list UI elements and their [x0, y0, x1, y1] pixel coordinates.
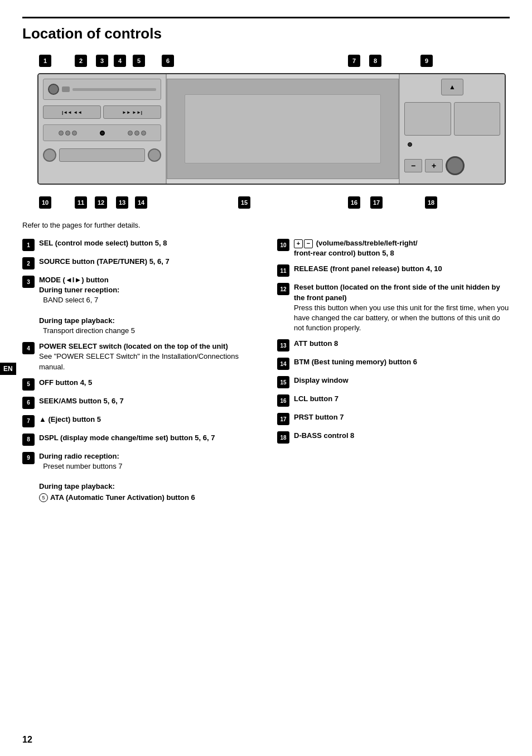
- desc-num-16: 16: [277, 394, 289, 407]
- seek-back-btn: |◄◄ ◄◄: [43, 105, 101, 119]
- desc-text-1: SEL (control mode select) button 5, 8: [39, 238, 167, 248]
- desc-num-18: 18: [277, 431, 289, 444]
- page-title: Location of controls: [22, 25, 510, 42]
- callout-9: 9: [420, 55, 433, 67]
- plus-box: +: [294, 239, 303, 248]
- callout-3: 3: [96, 55, 108, 67]
- callout-1: 1: [39, 55, 51, 67]
- desc-item-2: 2 SOURCE button (TAPE/TUNER) 5, 6, 7: [22, 257, 255, 269]
- right-preset-btn-2: [454, 102, 501, 136]
- device-body: |◄◄ ◄◄ ►► ►►|: [37, 73, 506, 185]
- desc-text-5: OFF button 4, 5: [39, 378, 92, 388]
- callout-11: 11: [75, 196, 87, 209]
- desc-num-1: 1: [22, 239, 35, 251]
- round-btn-left: [43, 148, 56, 162]
- callout-18: 18: [425, 196, 437, 209]
- desc-text-6: SEEK/AMS button 5, 6, 7: [39, 396, 124, 406]
- desc-num-10: 10: [277, 239, 289, 251]
- desc-item-8: 8 DSPL (display mode change/time set) bu…: [22, 433, 255, 446]
- desc-num-14: 14: [277, 358, 289, 370]
- desc-num-12: 12: [277, 283, 289, 295]
- desc-item-17: 17 PRST button 7: [277, 412, 510, 425]
- play-indicator: [62, 86, 70, 92]
- desc-text-11: RELEASE (front panel release) button 4, …: [294, 264, 442, 274]
- desc-num-11: 11: [277, 264, 289, 277]
- desc-item-6: 6 SEEK/AMS button 5, 6, 7: [22, 396, 255, 409]
- desc-item-1: 1 SEL (control mode select) button 5, 8: [22, 238, 255, 251]
- desc-text-18: D-BASS control 8: [294, 431, 354, 441]
- callout-6: 6: [162, 55, 174, 67]
- desc-text-10: + − (volume/bass/treble/left-right/front…: [294, 238, 418, 258]
- top-border: [22, 17, 510, 18]
- desc-item-3: 3 MODE (◄I►) button During tuner recepti…: [22, 275, 255, 336]
- preset-dot-1: [59, 131, 64, 136]
- tape-slot: [72, 88, 156, 91]
- callout-16: 16: [348, 196, 360, 209]
- desc-item-4: 4 POWER SELECT switch (located on the to…: [22, 341, 255, 372]
- callout-13: 13: [116, 196, 128, 209]
- desc-item-12: 12 Reset button (located on the front si…: [277, 282, 510, 333]
- desc-num-8: 8: [22, 434, 35, 446]
- right-descriptions: 10 + − (volume/bass/treble/left-right/fr…: [277, 238, 510, 509]
- desc-num-7: 7: [22, 415, 35, 427]
- desc-text-13: ATT button 8: [294, 339, 338, 349]
- display-screen: [185, 94, 381, 164]
- desc-item-9: 9 During radio reception: Preset number …: [22, 451, 255, 503]
- preset-dot-3: [72, 131, 77, 136]
- desc-item-7: 7 ▲ (Eject) button 5: [22, 415, 255, 427]
- desc-text-4: POWER SELECT switch (located on the top …: [39, 341, 255, 372]
- device-diagram: 1 2 3 4 5 6 7 8 9 |◄◄ ◄◄ ►► ►►|: [23, 54, 509, 210]
- callout-15: 15: [238, 196, 250, 209]
- preset-dot-4: [128, 131, 133, 136]
- callout-8: 8: [369, 55, 381, 67]
- page-number: 12: [22, 735, 32, 745]
- volume-minus: −: [404, 159, 422, 172]
- preset-dot-6: [141, 131, 146, 136]
- rect-btn-1: [59, 148, 145, 162]
- callout-10: 10: [39, 196, 51, 209]
- seek-fwd-btn: ►► ►►|: [103, 105, 161, 119]
- volume-plus: +: [425, 159, 443, 172]
- ata-circle-num: 5: [39, 493, 48, 502]
- callout-7: 7: [348, 55, 360, 67]
- preset-dot-active: [100, 131, 105, 136]
- callout-14: 14: [135, 196, 147, 209]
- desc-num-13: 13: [277, 339, 289, 351]
- desc-item-15: 15 Display window: [277, 375, 510, 388]
- desc-item-10: 10 + − (volume/bass/treble/left-right/fr…: [277, 238, 510, 258]
- desc-num-9: 9: [22, 452, 35, 464]
- callout-5: 5: [133, 55, 145, 67]
- ata-text: ATA (Automatic Tuner Activation) button …: [50, 493, 195, 503]
- left-descriptions: 1 SEL (control mode select) button 5, 8 …: [22, 238, 255, 509]
- desc-num-6: 6: [22, 397, 35, 409]
- knob-dial: [48, 84, 59, 95]
- round-btn-right: [148, 148, 161, 162]
- minus-box: −: [304, 239, 313, 248]
- desc-num-3: 3: [22, 276, 35, 288]
- callout-12: 12: [95, 196, 107, 209]
- desc-num-15: 15: [277, 376, 289, 388]
- preset-dot-2: [65, 131, 70, 136]
- desc-text-9: During radio reception: Preset number bu…: [39, 451, 195, 503]
- preset-dot-5: [134, 131, 139, 136]
- callout-17: 17: [370, 196, 383, 209]
- desc-text-16: LCL button 7: [294, 394, 338, 404]
- desc-text-8: DSPL (display mode change/time set) butt…: [39, 433, 215, 443]
- desc-item-5: 5 OFF button 4, 5: [22, 378, 255, 391]
- right-preset-btn-1: [404, 102, 451, 136]
- callout-2: 2: [75, 55, 87, 67]
- desc-text-12: Reset button (located on the front side …: [294, 282, 510, 333]
- volume-knob: [446, 156, 465, 175]
- desc-num-2: 2: [22, 257, 35, 269]
- desc-item-14: 14 BTM (Best tuning memory) button 6: [277, 357, 510, 370]
- desc-text-15: Display window: [294, 375, 349, 386]
- desc-item-16: 16 LCL button 7: [277, 394, 510, 407]
- desc-num-17: 17: [277, 413, 289, 425]
- en-badge: EN: [0, 363, 16, 375]
- callout-4: 4: [114, 55, 126, 67]
- desc-text-14: BTM (Best tuning memory) button 6: [294, 357, 417, 367]
- desc-text-17: PRST button 7: [294, 412, 344, 422]
- desc-item-11: 11 RELEASE (front panel release) button …: [277, 264, 510, 277]
- desc-text-2: SOURCE button (TAPE/TUNER) 5, 6, 7: [39, 257, 170, 267]
- desc-text-3: MODE (◄I►) button During tuner reception…: [39, 275, 135, 336]
